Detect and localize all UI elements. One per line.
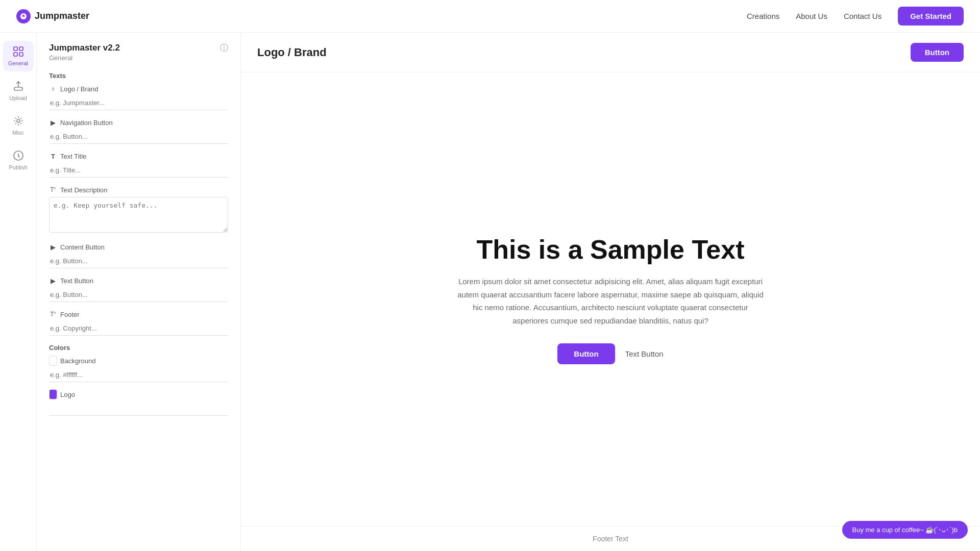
sidebar-item-misc[interactable]: Misc xyxy=(3,110,34,141)
text-description-icon: Tᶠ xyxy=(49,186,57,194)
field-text-button: ▶ Text Button xyxy=(49,277,228,302)
logo-icon xyxy=(16,9,31,23)
field-nav-button-label: ▶ Navigation Button xyxy=(49,118,228,127)
logo[interactable]: Jumpmaster xyxy=(16,9,89,23)
field-content-button: ▶ Content Button xyxy=(49,243,228,268)
sidebar-icons: General Upload Misc xyxy=(0,33,37,551)
background-color-input[interactable] xyxy=(49,368,228,382)
main-layout: General Upload Misc xyxy=(0,0,980,551)
preview-hero-actions: Button Text Button xyxy=(557,343,663,364)
field-footer-label: Tᶠ Footer xyxy=(49,310,228,318)
field-text-title: T Text Title xyxy=(49,152,228,178)
sidebar-item-label: Upload xyxy=(9,95,27,101)
field-logo-brand: ♀ Logo / Brand xyxy=(49,85,228,110)
background-color-icon xyxy=(49,357,57,365)
settings-subtitle: General xyxy=(49,54,120,62)
sidebar-item-label: Misc xyxy=(12,130,24,136)
colors-section-label: Colors xyxy=(49,344,228,352)
text-description-textarea[interactable] xyxy=(49,197,228,233)
settings-header: Jumpmaster v2.2 General ⓘ xyxy=(49,43,228,62)
get-started-button[interactable]: Get Started xyxy=(898,7,964,26)
svg-rect-2 xyxy=(19,47,23,51)
top-navigation: Jumpmaster Creations About Us Contact Us… xyxy=(0,0,980,33)
field-nav-button: ▶ Navigation Button xyxy=(49,118,228,144)
nav-contact[interactable]: Contact Us xyxy=(844,12,881,20)
sidebar-item-general[interactable]: General xyxy=(3,41,34,71)
preview-hero: This is a Sample Text Lorem ipsum dolor … xyxy=(241,72,980,526)
field-logo-color-label: Logo xyxy=(49,390,228,398)
general-icon xyxy=(13,46,24,58)
svg-point-6 xyxy=(17,119,20,122)
logo-brand-icon: ♀ xyxy=(49,85,57,93)
text-button-icon: ▶ xyxy=(49,277,57,285)
nav-button-icon: ▶ xyxy=(49,118,57,127)
logo-text: Jumpmaster xyxy=(35,11,89,21)
field-text-description: Tᶠ Text Description xyxy=(49,186,228,235)
upload-icon xyxy=(13,81,24,93)
field-footer: Tᶠ Footer xyxy=(49,310,228,336)
field-text-description-label: Tᶠ Text Description xyxy=(49,186,228,194)
svg-rect-3 xyxy=(14,53,17,56)
settings-title: Jumpmaster v2.2 xyxy=(49,43,120,53)
nav-links: Creations About Us Contact Us Get Starte… xyxy=(747,7,964,26)
svg-rect-4 xyxy=(19,53,23,56)
preview-hero-description: Lorem ipsum dolor sit amet consectetur a… xyxy=(457,275,764,327)
nav-about[interactable]: About Us xyxy=(796,12,827,20)
svg-rect-5 xyxy=(14,87,22,90)
field-text-title-label: T Text Title xyxy=(49,152,228,160)
field-logo-brand-label: ♀ Logo / Brand xyxy=(49,85,228,93)
field-background: Background xyxy=(49,357,228,382)
preview-area: Logo / Brand Button This is a Sample Tex… xyxy=(241,33,980,551)
preview-nav-button[interactable]: Button xyxy=(911,43,964,62)
preview-content-button[interactable]: Button xyxy=(557,343,615,364)
preview-text-button[interactable]: Text Button xyxy=(625,349,664,358)
preview-nav: Logo / Brand Button xyxy=(241,33,980,72)
settings-panel: Jumpmaster v2.2 General ⓘ Texts ♀ Logo /… xyxy=(37,33,241,551)
logo-color-input[interactable] xyxy=(49,402,228,416)
info-icon[interactable]: ⓘ xyxy=(220,43,228,54)
footer-input[interactable] xyxy=(49,321,228,336)
publish-icon xyxy=(13,150,24,162)
text-button-input[interactable] xyxy=(49,288,228,302)
sidebar-item-publish[interactable]: Publish xyxy=(3,145,34,176)
logo-brand-input[interactable] xyxy=(49,96,228,110)
field-text-button-label: ▶ Text Button xyxy=(49,277,228,285)
field-content-button-label: ▶ Content Button xyxy=(49,243,228,251)
background-swatch xyxy=(49,356,57,366)
misc-icon xyxy=(13,115,24,128)
footer-icon: Tᶠ xyxy=(49,310,57,318)
logo-color-icon xyxy=(49,390,57,398)
logo-color-swatch xyxy=(49,389,57,399)
svg-rect-1 xyxy=(14,47,17,51)
text-title-input[interactable] xyxy=(49,163,228,178)
preview-hero-title: This is a Sample Text xyxy=(476,234,744,265)
field-background-label: Background xyxy=(49,357,228,365)
text-title-icon: T xyxy=(49,152,57,160)
buy-coffee-button[interactable]: Buy me a cup of coffee~ ☕(´･ᴗ･`)b xyxy=(842,521,968,539)
preview-brand-text: Logo / Brand xyxy=(257,46,327,59)
preview-footer-text: Footer Text xyxy=(593,535,628,543)
nav-creations[interactable]: Creations xyxy=(747,12,779,20)
sidebar-item-upload[interactable]: Upload xyxy=(3,76,34,106)
content-button-icon: ▶ xyxy=(49,243,57,251)
field-logo-color: Logo xyxy=(49,390,228,416)
sidebar-item-label: General xyxy=(8,60,28,66)
content-button-input[interactable] xyxy=(49,254,228,268)
nav-button-input[interactable] xyxy=(49,130,228,144)
texts-section-label: Texts xyxy=(49,72,228,80)
sidebar-item-label: Publish xyxy=(9,164,27,170)
coffee-label: Buy me a cup of coffee~ ☕(´･ᴗ･`)b xyxy=(852,526,958,534)
